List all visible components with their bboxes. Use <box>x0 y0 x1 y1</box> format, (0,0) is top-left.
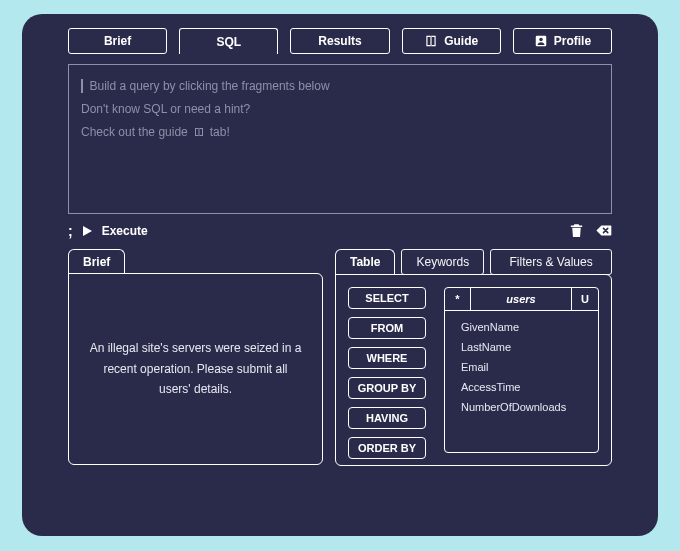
tab-guide-label: Guide <box>444 34 478 48</box>
sql-keyword-list: SELECT FROM WHERE GROUP BY HAVING ORDER … <box>348 287 426 453</box>
semicolon-button[interactable]: ; <box>68 223 73 239</box>
main-panel: Brief SQL Results Guide Profile Build a … <box>22 14 658 536</box>
brief-body: An illegal site's servers were seized in… <box>68 273 323 465</box>
tab-filters-label: Filters & Values <box>510 255 593 269</box>
tab-profile[interactable]: Profile <box>513 28 612 54</box>
svg-point-2 <box>539 38 543 42</box>
tab-results[interactable]: Results <box>290 28 389 54</box>
query-hint-line-2: Don't know SQL or need a hint? <box>81 98 599 121</box>
book-icon <box>192 126 206 138</box>
tab-brief[interactable]: Brief <box>68 28 167 54</box>
query-hint-line-3: Check out the guide tab! <box>81 121 599 144</box>
keyword-order-by[interactable]: ORDER BY <box>348 437 426 459</box>
column-email[interactable]: Email <box>461 357 588 377</box>
table-header-u[interactable]: U <box>572 288 598 310</box>
profile-icon <box>534 34 548 48</box>
trash-icon[interactable] <box>568 222 585 239</box>
svg-rect-0 <box>431 36 432 47</box>
table-header-row: * users U <box>445 288 598 311</box>
table-header-name[interactable]: users <box>471 288 572 310</box>
column-accesstime[interactable]: AccessTime <box>461 377 588 397</box>
keyword-from[interactable]: FROM <box>348 317 426 339</box>
tab-keywords[interactable]: Keywords <box>401 249 484 275</box>
svg-rect-3 <box>198 128 199 136</box>
top-tabs: Brief SQL Results Guide Profile <box>68 28 612 54</box>
tab-table[interactable]: Table <box>335 249 395 275</box>
brief-tabs: Brief <box>68 249 323 274</box>
keyword-select[interactable]: SELECT <box>348 287 426 309</box>
action-row: ; Execute <box>68 222 612 239</box>
right-section: Table Keywords Filters & Values SELECT F… <box>335 249 612 466</box>
text-cursor <box>81 79 83 93</box>
keyword-having[interactable]: HAVING <box>348 407 426 429</box>
query-hint-line-1: Build a query by clicking the fragments … <box>81 75 599 98</box>
tab-guide[interactable]: Guide <box>402 28 501 54</box>
table-header-star[interactable]: * <box>445 288 471 310</box>
play-icon <box>83 226 92 236</box>
tab-results-label: Results <box>318 34 361 48</box>
table-columns: GivenName LastName Email AccessTime Numb… <box>445 311 598 425</box>
execute-button[interactable]: Execute <box>102 224 148 238</box>
tab-profile-label: Profile <box>554 34 591 48</box>
tab-brief-label: Brief <box>104 34 131 48</box>
tab-filters-values[interactable]: Filters & Values <box>490 249 612 275</box>
tab-sql-label: SQL <box>216 35 241 49</box>
table-tab-body: SELECT FROM WHERE GROUP BY HAVING ORDER … <box>335 274 612 466</box>
column-numberofdownloads[interactable]: NumberOfDownloads <box>461 397 588 417</box>
backspace-icon[interactable] <box>595 222 612 239</box>
table-panel: * users U GivenName LastName Email Acces… <box>444 287 599 453</box>
book-icon <box>424 34 438 48</box>
keyword-where[interactable]: WHERE <box>348 347 426 369</box>
brief-mini-tab-label: Brief <box>83 255 110 269</box>
brief-text: An illegal site's servers were seized in… <box>89 338 302 399</box>
column-givenname[interactable]: GivenName <box>461 317 588 337</box>
query-builder-area[interactable]: Build a query by clicking the fragments … <box>68 64 612 214</box>
brief-section: Brief An illegal site's servers were sei… <box>68 249 323 466</box>
column-lastname[interactable]: LastName <box>461 337 588 357</box>
right-mini-tabs: Table Keywords Filters & Values <box>335 249 612 275</box>
tab-table-label: Table <box>350 255 380 269</box>
keyword-group-by[interactable]: GROUP BY <box>348 377 426 399</box>
tab-sql[interactable]: SQL <box>179 28 278 54</box>
tab-keywords-label: Keywords <box>416 255 469 269</box>
brief-mini-tab[interactable]: Brief <box>68 249 125 274</box>
lower-area: Brief An illegal site's servers were sei… <box>68 249 612 466</box>
